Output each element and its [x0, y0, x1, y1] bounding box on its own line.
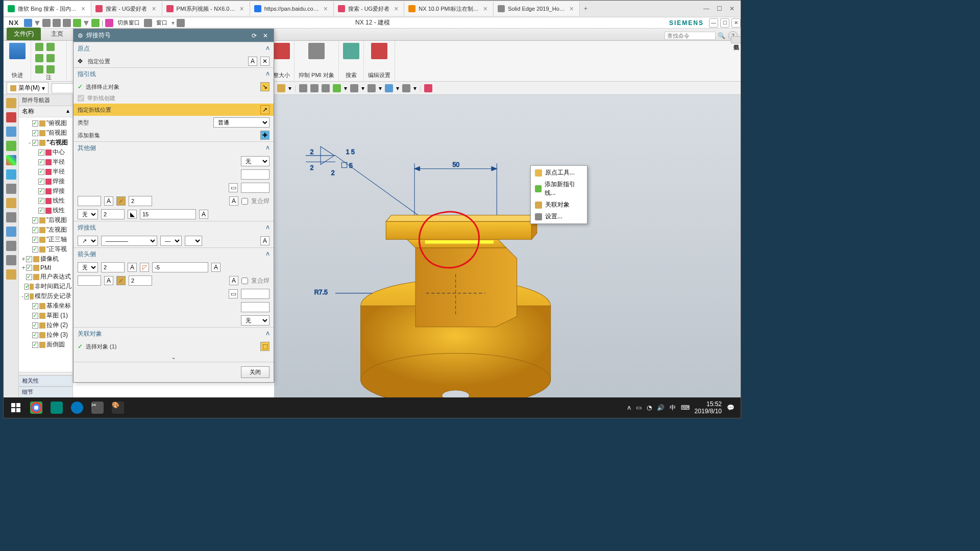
- toolbar-icon[interactable]: [299, 84, 307, 92]
- window-icon[interactable]: [144, 19, 152, 27]
- toolbar-icon[interactable]: [402, 84, 410, 92]
- tray-wifi-icon[interactable]: ◔: [647, 404, 652, 411]
- arrow-f2[interactable]: [152, 262, 208, 272]
- tree-node[interactable]: "左视图: [19, 225, 72, 235]
- toolbar-icon[interactable]: [350, 84, 358, 92]
- close-icon[interactable]: ×: [238, 5, 245, 13]
- redo-icon[interactable]: [91, 19, 100, 27]
- section-leader[interactable]: 指引线ʌ: [74, 68, 274, 81]
- tray-ime-icon[interactable]: 中: [670, 404, 676, 412]
- reuse-icon[interactable]: [6, 141, 16, 151]
- help-icon[interactable]: [6, 227, 16, 237]
- tree-node[interactable]: +PMI: [19, 264, 72, 272]
- minimize-button[interactable]: —: [709, 18, 718, 28]
- compound-checkbox-2[interactable]: [241, 278, 248, 284]
- tree-node[interactable]: 半径: [19, 167, 72, 177]
- save-icon[interactable]: [24, 19, 32, 27]
- section-arrow-side[interactable]: 箭头侧ʌ: [74, 248, 274, 261]
- cut-icon[interactable]: [42, 19, 51, 27]
- close-icon[interactable]: ×: [322, 5, 329, 13]
- minimize-icon[interactable]: —: [703, 5, 709, 12]
- other-bookmarks[interactable]: 其他书签: [731, 36, 741, 43]
- tray-up-icon[interactable]: ʌ: [627, 404, 631, 411]
- weldline-end2[interactable]: [185, 236, 202, 246]
- start-button[interactable]: [6, 397, 26, 418]
- close-icon[interactable]: ✕: [261, 32, 270, 40]
- maximize-button[interactable]: ☐: [720, 18, 729, 28]
- other-input-1[interactable]: [241, 169, 270, 180]
- browser-tab-4[interactable]: 搜索 - UG爱好者×: [334, 2, 404, 16]
- toolbar-icon[interactable]: [385, 84, 393, 92]
- weldline-style[interactable]: ————: [101, 236, 157, 246]
- tray-notification-icon[interactable]: 💬: [727, 404, 734, 411]
- tree-node[interactable]: -"右视图: [19, 138, 72, 147]
- other-symbol-select[interactable]: 无: [241, 156, 270, 166]
- tree-node[interactable]: "俯视图: [19, 118, 72, 128]
- chrome-icon[interactable]: [26, 397, 46, 418]
- clear-icon[interactable]: ✕: [260, 57, 270, 66]
- tree-node[interactable]: 非时间戳记几: [19, 282, 72, 291]
- close-icon[interactable]: ✕: [729, 5, 734, 12]
- tree-node[interactable]: 基准坐标: [19, 301, 72, 311]
- assembly-icon[interactable]: [6, 112, 16, 122]
- maximize-icon[interactable]: ☐: [717, 5, 722, 12]
- tree-node[interactable]: 拉伸 (2): [19, 320, 72, 330]
- weldline-width[interactable]: —: [160, 236, 182, 246]
- more-icon[interactable]: [6, 269, 16, 280]
- tree-node[interactable]: 用户表达式: [19, 272, 72, 282]
- paste-icon[interactable]: [63, 19, 71, 27]
- ribbon-icon[interactable]: [46, 54, 55, 62]
- a-icon[interactable]: A: [199, 210, 208, 219]
- suppress-pmi-icon[interactable]: [308, 43, 325, 59]
- compound-checkbox[interactable]: [241, 198, 248, 205]
- a-icon[interactable]: A: [104, 196, 113, 206]
- toolbar-icon[interactable]: [424, 84, 432, 92]
- search-pmi-icon[interactable]: [343, 43, 359, 59]
- ribbon-icon[interactable]: [35, 54, 43, 62]
- weather-icon[interactable]: [67, 397, 87, 418]
- browser-icon[interactable]: [6, 169, 16, 180]
- select-object-button[interactable]: ⬚: [260, 342, 270, 351]
- browser-tab-3[interactable]: https://pan.baidu.co…×: [250, 2, 334, 16]
- a-icon[interactable]: A: [104, 276, 113, 285]
- tray-battery-icon[interactable]: ▭: [636, 404, 642, 411]
- other-f3[interactable]: [101, 209, 125, 219]
- a-icon[interactable]: A: [128, 263, 137, 272]
- ctx-assoc-obj[interactable]: 关联对象: [531, 199, 587, 211]
- arrow-input-2[interactable]: [241, 302, 270, 312]
- navigator-tree[interactable]: "俯视图"前视图-"右视图中心半径半径焊接焊接线性线性"后视图"左视图"正三轴"…: [19, 117, 72, 350]
- hd3d-icon[interactable]: [6, 155, 16, 165]
- browser-tab-1[interactable]: 搜索 - UG爱好者×: [91, 2, 162, 16]
- tree-node[interactable]: "前视图: [19, 128, 72, 138]
- copy-icon[interactable]: [53, 19, 61, 27]
- a-icon[interactable]: A: [211, 263, 220, 272]
- section-origin[interactable]: 原点ʌ: [74, 42, 274, 55]
- browser-tab-5[interactable]: NX 10.0 PMI标注在制…×: [404, 2, 494, 16]
- tree-node[interactable]: 线性: [19, 206, 72, 215]
- ribbon-icon[interactable]: [35, 43, 43, 51]
- a-icon[interactable]: A: [260, 236, 270, 245]
- specify-jog-row[interactable]: 指定折线位置↗: [74, 104, 274, 116]
- section-other-side[interactable]: 其他侧ʌ: [74, 142, 274, 155]
- tray-vol-icon[interactable]: 🔊: [657, 404, 665, 411]
- add-set-button[interactable]: ✚: [260, 131, 270, 140]
- browser-tab-6[interactable]: Solid Edge 2019_Ho…×: [494, 2, 580, 16]
- toolbar-icon[interactable]: [368, 84, 376, 92]
- arrow-sel[interactable]: 无: [78, 262, 98, 272]
- more-icon[interactable]: [6, 255, 16, 265]
- other-f1[interactable]: [78, 196, 101, 206]
- ribbon-icon[interactable]: [35, 65, 43, 73]
- resize-icon[interactable]: [274, 43, 290, 59]
- bing-app-icon[interactable]: [46, 397, 67, 418]
- tree-node[interactable]: 草图 (1): [19, 311, 72, 320]
- more-icon[interactable]: [6, 241, 16, 251]
- toolbar-icon[interactable]: [333, 84, 341, 92]
- jog-icon[interactable]: ↗: [260, 105, 270, 114]
- close-icon[interactable]: ×: [150, 5, 157, 13]
- other-f4[interactable]: [140, 209, 196, 219]
- groove-icon[interactable]: ◸: [140, 263, 149, 272]
- section-weldline[interactable]: 焊接线ʌ: [74, 221, 274, 234]
- ctx-add-leader[interactable]: 添加新指引线...: [531, 179, 587, 199]
- toolbar-icon[interactable]: [322, 84, 330, 92]
- tree-node[interactable]: 焊接: [19, 186, 72, 196]
